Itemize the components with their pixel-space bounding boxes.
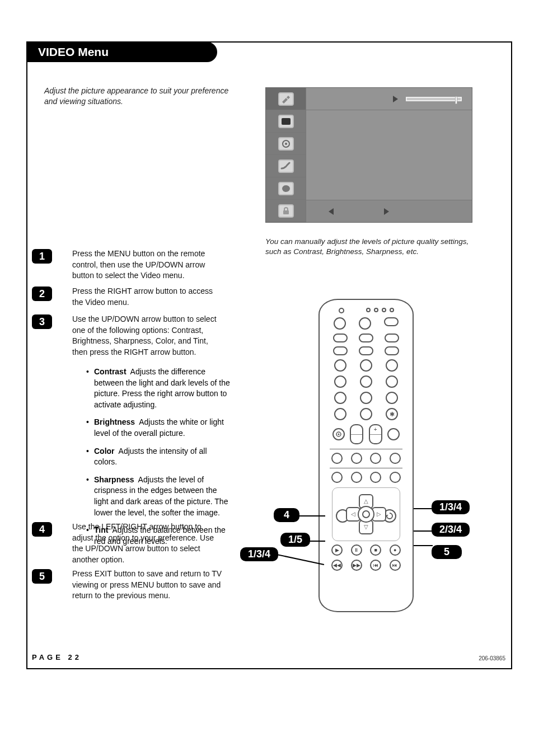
pill-button — [359, 334, 373, 342]
step-badge-2: 2 — [32, 287, 52, 301]
osd-top-row — [306, 88, 472, 110]
svg-rect-3 — [283, 210, 289, 214]
satellite-icon — [278, 92, 294, 106]
volume-rocker — [350, 424, 363, 444]
step-num: 3 — [39, 316, 45, 328]
bullet-brightness: Brightness Adjusts the white or light le… — [86, 417, 232, 439]
round-button — [387, 428, 400, 440]
remote-led-icon — [339, 308, 344, 313]
step-num: 4 — [39, 524, 45, 536]
small-button — [390, 472, 401, 483]
rewind-icon: ◀◀ — [331, 560, 343, 571]
pill-button — [385, 346, 399, 355]
small-button — [331, 472, 343, 483]
small-button — [351, 472, 362, 483]
pause-icon: ⏸ — [351, 544, 362, 556]
pill-button — [385, 334, 399, 342]
power-button-icon — [384, 317, 399, 326]
page-number: PAGE 22 — [32, 653, 82, 661]
pointer-line — [414, 530, 433, 532]
callout-ok: 4 — [274, 508, 299, 522]
tiny-button — [390, 308, 394, 312]
transport-rows: ▶ ⏸ ■ ● ◀◀ ▶▶ ⏮ ⏭ — [327, 544, 405, 571]
num-button — [386, 359, 398, 372]
step-num: 2 — [39, 288, 45, 300]
osd-tab-time — [266, 177, 306, 200]
prev-icon: ⏮ — [370, 560, 381, 571]
step-text-1: Press the MENU button on the remote cont… — [72, 248, 223, 281]
step-text-2: Press the RIGHT arrow button to access t… — [72, 286, 223, 308]
speaker-icon — [278, 137, 294, 151]
osd-tab-lock — [266, 200, 306, 222]
record-icon: ● — [390, 544, 401, 556]
osd-bottom-row — [306, 200, 472, 222]
osd-tab-sound — [266, 133, 306, 155]
bullet-label: Color — [94, 447, 115, 456]
svg-point-2 — [282, 185, 290, 192]
intro-text: Adjust the picture appearance to suit yo… — [44, 86, 229, 107]
clock-icon — [278, 182, 294, 195]
osd-caption: You can manually adjust the levels of pi… — [265, 237, 472, 257]
num-button — [334, 359, 346, 372]
callout-down: 1/3/4 — [240, 547, 278, 561]
osd-slider-knob — [455, 96, 457, 104]
pointer-line — [414, 508, 433, 509]
remote-illustration: ✱ + △ ▽ ◁ ▷ — [318, 299, 414, 612]
step-badge-1: 1 — [32, 249, 52, 264]
step-num: 5 — [39, 571, 45, 583]
callout-exit: 5 — [432, 545, 462, 559]
num-button — [360, 408, 372, 420]
osd-screenshot — [265, 87, 472, 223]
doc-number: 206-03865 — [479, 655, 505, 661]
small-button — [370, 472, 381, 483]
dpad: △ ▽ ◁ ▷ — [346, 494, 386, 534]
section-title-pill: VIDEO Menu — [27, 42, 217, 62]
bullet-label: Contrast — [94, 367, 127, 376]
num-button — [360, 359, 372, 372]
small-button — [331, 453, 343, 464]
bullet-color: Color Adjusts the intensity of all color… — [86, 446, 232, 468]
num-button — [334, 408, 346, 420]
dpad-zone: △ ▽ ◁ ▷ — [332, 487, 400, 541]
osd-tab-video — [266, 88, 306, 110]
pill-button — [333, 334, 348, 342]
divider — [330, 449, 402, 449]
num-button — [360, 375, 372, 388]
pointer-line — [299, 515, 325, 516]
small-button — [351, 453, 362, 464]
fastfwd-icon: ▶▶ — [351, 560, 362, 571]
rocker-panel: + — [330, 424, 402, 444]
num-button — [334, 375, 346, 388]
step-text-5: Press EXIT button to save and return to … — [72, 569, 223, 602]
stop-icon: ■ — [370, 544, 381, 556]
page-frame: VIDEO Menu Adjust the picture appearance… — [26, 41, 512, 669]
pointer-line — [414, 545, 433, 546]
callout-up: 1/3/4 — [432, 500, 470, 514]
next-icon: ⏭ — [390, 560, 401, 571]
num-button — [386, 392, 398, 404]
step-badge-4: 4 — [32, 522, 52, 537]
small-button — [370, 453, 381, 464]
tiny-button — [374, 308, 378, 312]
dpad-ok — [358, 506, 374, 523]
remote-row-tiny — [327, 308, 405, 313]
osd-arrow-right-icon-2 — [384, 208, 389, 215]
callout-right: 2/3/4 — [432, 523, 470, 537]
step-badge-5: 5 — [32, 569, 52, 584]
pointer-line — [271, 553, 324, 565]
channel-rocker: + — [369, 424, 382, 444]
step-text-3: Use the UP/DOWN arrow button to select o… — [72, 314, 223, 358]
svg-point-5 — [338, 434, 339, 435]
round-button — [359, 317, 371, 330]
bullet-label: Sharpness — [94, 475, 134, 484]
num-button — [334, 392, 346, 404]
bullet-label: Brightness — [94, 417, 135, 426]
osd-arrow-right-icon — [393, 96, 398, 102]
tiny-button — [382, 308, 386, 312]
remote-body: ✱ + △ ▽ ◁ ▷ — [318, 299, 414, 612]
pill-button — [333, 346, 348, 355]
divider — [330, 468, 402, 468]
screen-icon — [278, 115, 294, 128]
num-button — [360, 392, 372, 404]
mute-button-icon — [332, 428, 345, 440]
